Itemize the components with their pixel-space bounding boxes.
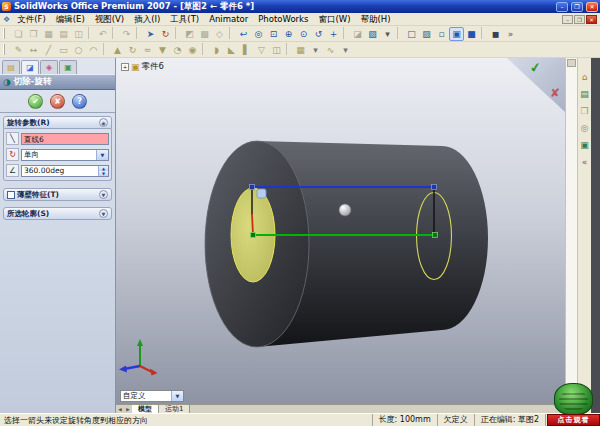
menu-item[interactable]: 文件(F) [12,13,51,26]
vertex-marker[interactable] [432,185,437,190]
vertex-marker[interactable] [433,233,438,238]
extruded-boss-icon[interactable]: ▲ [110,43,125,57]
tab-propertymanager[interactable]: ◪ [21,60,39,74]
tab-configurationmanager[interactable]: ◈ [40,60,58,74]
close-button[interactable]: ✕ [586,2,598,12]
taskpane-view-palette-icon[interactable]: ▣ [580,140,589,150]
shadows-in-shaded-icon[interactable]: ◼ [488,27,503,41]
angle-spinner[interactable]: 360.00deg ▲ ▼ [21,165,109,177]
hidden-lines-removed-icon[interactable]: ▫ [434,27,449,41]
menu-item[interactable]: 视图(V) [90,13,129,26]
tab-model[interactable]: 模型 [132,405,159,413]
toolbar-overflow-icon[interactable]: » [503,27,518,41]
taskpane-search-icon[interactable]: ◎ [581,123,589,133]
save-icon[interactable]: ▦ [41,27,56,41]
edit-color-icon[interactable]: ◩ [182,27,197,41]
scrollbar-thumb[interactable] [567,59,576,67]
swept-boss-icon[interactable]: ≈ [140,43,155,57]
menu-item[interactable]: PhotoWorks [253,13,313,26]
origin-ball[interactable] [339,204,351,216]
tab-motion-study[interactable]: 运动1 [159,405,190,413]
texture-icon[interactable]: ▩ [197,27,212,41]
redo-icon[interactable]: ↷ [119,27,134,41]
tab-featuremanager[interactable]: ▤ [2,60,20,74]
cancel-button[interactable]: ✘ [50,94,65,109]
hole-wizard-icon[interactable]: ◉ [185,43,200,57]
extruded-cut-icon[interactable]: ▼ [155,43,170,57]
curve-icon[interactable]: ∿ [323,43,338,57]
vertical-scrollbar[interactable] [565,58,577,404]
menu-item[interactable]: Animator [204,13,253,26]
thin-feature-checkbox[interactable] [7,191,15,199]
chamfer-icon[interactable]: ◣ [224,43,239,57]
chevron-down-icon[interactable]: ▼ [99,209,108,218]
child-restore-button[interactable]: ❐ [574,15,585,24]
open-icon[interactable]: ❐ [26,27,41,41]
toolbar-grip[interactable] [3,44,8,55]
section-view-icon[interactable]: ◪ [350,27,365,41]
taskpane-collapse-icon[interactable]: « [582,157,588,167]
sketch-icon[interactable]: ✎ [11,43,26,57]
view-orientation-icon[interactable]: ▧ [365,27,380,41]
pan-icon[interactable]: + [326,27,341,41]
pattern-dropdown-icon[interactable]: ▾ [308,43,323,57]
zoom-previous-icon[interactable]: ↩ [236,27,251,41]
chevron-down-icon[interactable]: ▼ [99,190,108,199]
tab-scroll-right-icon[interactable]: ▶ [124,407,132,412]
scene-combobox[interactable]: 自定义 ▼ [120,390,184,402]
selected-contours-header[interactable]: 所选轮廓(S) ▼ [3,207,112,220]
maximize-button[interactable]: ❐ [571,2,583,12]
shaded-with-edges-icon[interactable]: ▣ [449,27,464,41]
child-minimize-button[interactable]: – [562,15,573,24]
pushpin-icon[interactable]: ◉ [99,118,108,127]
watermark-badge[interactable]: 点击观看 [547,414,600,426]
confirm-cancel-icon[interactable]: ✘ [550,86,560,100]
menu-item[interactable]: 编辑(E) [51,13,90,26]
spin-down-icon[interactable]: ▼ [99,171,108,176]
smart-dimension-icon[interactable]: ↔ [26,43,41,57]
rotate-view-icon[interactable]: ↺ [311,27,326,41]
zoom-area-icon[interactable]: ⊡ [266,27,281,41]
menu-item[interactable]: 工具(T) [165,13,204,26]
revolved-cut-icon[interactable]: ◔ [170,43,185,57]
select-icon[interactable]: ➤ [143,27,158,41]
expand-icon[interactable]: + [121,63,129,71]
pattern-icon[interactable]: ▦ [293,43,308,57]
print-icon[interactable]: ▤ [56,27,71,41]
view-orientation-dropdown-icon[interactable]: ▾ [380,27,395,41]
sketch-line-left-red[interactable] [252,214,253,235]
curve-dropdown-icon[interactable]: ▾ [338,43,353,57]
tab-thirdparty[interactable]: ▣ [59,60,77,74]
vertex-marker[interactable] [250,185,255,190]
vertex-marker[interactable] [251,233,256,238]
menu-item[interactable]: 帮助(H) [355,13,395,26]
fillet-icon[interactable]: ◗ [209,43,224,57]
move-size-icon[interactable]: ◇ [212,27,227,41]
hidden-lines-visible-icon[interactable]: ▨ [419,27,434,41]
graphics-viewport[interactable]: + ▣ 零件6 ✔ ✘ 自定义 ▼ [116,58,565,404]
menu-item[interactable]: 窗口(W) [313,13,355,26]
help-button[interactable]: ? [72,94,87,109]
print-preview-icon[interactable]: ◫ [71,27,86,41]
minimize-button[interactable]: – [556,2,568,12]
chevron-down-icon[interactable]: ▼ [171,391,183,401]
model-view[interactable] [116,58,565,404]
revolve-parameters-header[interactable]: 旋转参数(R) ◉ [3,116,112,129]
rectangle-icon[interactable]: ▭ [56,43,71,57]
zoom-in-out-icon[interactable]: ⊕ [281,27,296,41]
ok-button[interactable]: ✔ [28,94,43,109]
taskpane-design-library-icon[interactable]: ▤ [580,89,589,99]
rebuild-icon[interactable]: ↻ [158,27,173,41]
zoom-fit-icon[interactable]: ◎ [251,27,266,41]
tab-scroll-left-icon[interactable]: ◀ [116,407,124,412]
revolved-boss-icon[interactable]: ↻ [125,43,140,57]
menu-item[interactable]: 插入(I) [129,13,165,26]
shaded-icon[interactable]: ■ [464,27,479,41]
zoom-selected-icon[interactable]: ⊙ [296,27,311,41]
wireframe-icon[interactable]: □ [404,27,419,41]
mirror-icon[interactable]: ◫ [269,43,284,57]
taskpane-resources-icon[interactable]: ⌂ [582,72,588,82]
new-icon[interactable]: ❏ [11,27,26,41]
child-close-button[interactable]: ✕ [586,15,597,24]
axis-selection-field[interactable]: 直线6 [21,133,109,145]
